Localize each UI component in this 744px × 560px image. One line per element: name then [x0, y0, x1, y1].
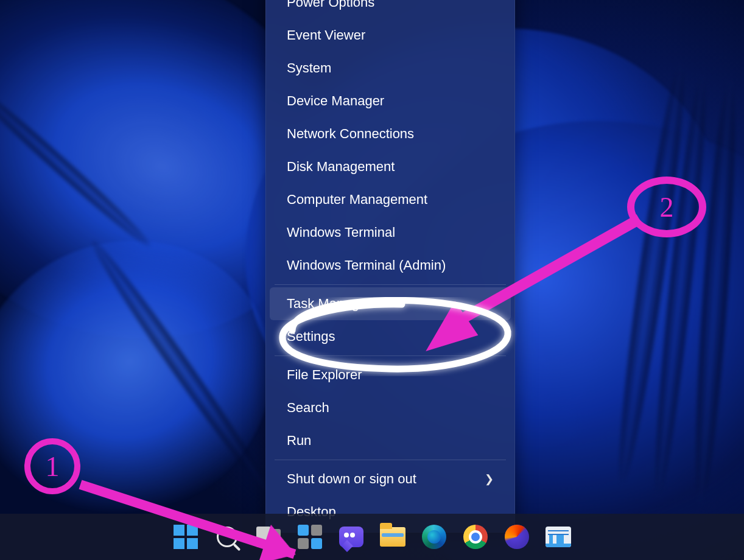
chrome-button[interactable] — [458, 519, 493, 555]
chrome-icon — [463, 525, 488, 549]
menu-item-power-options[interactable]: Power Options — [270, 0, 511, 19]
taskbar — [0, 514, 744, 560]
menu-item-label: Device Manager — [287, 93, 384, 109]
menu-item-label: Run — [287, 433, 311, 449]
file-explorer-button[interactable] — [375, 519, 410, 555]
desktop[interactable]: Power Options Event Viewer System Device… — [0, 0, 744, 560]
menu-item-shutdown-signout[interactable]: Shut down or sign out ❯ — [270, 463, 511, 495]
menu-item-label: Search — [287, 400, 329, 416]
annotation-label: 2 — [660, 191, 674, 223]
menu-item-network-connections[interactable]: Network Connections — [270, 117, 511, 150]
menu-item-disk-management[interactable]: Disk Management — [270, 150, 511, 183]
menu-item-event-viewer[interactable]: Event Viewer — [270, 19, 511, 52]
menu-item-label: Network Connections — [287, 126, 414, 142]
menu-item-run[interactable]: Run — [270, 424, 511, 457]
annotation-step-1: 1 — [24, 438, 80, 494]
menu-item-label: System — [287, 60, 331, 76]
menu-item-label: Settings — [287, 329, 335, 345]
windows-logo-icon — [174, 525, 198, 549]
chat-button[interactable] — [334, 519, 369, 555]
firefox-icon — [505, 525, 529, 549]
menu-item-label: Disk Management — [287, 159, 395, 175]
firefox-button[interactable] — [499, 519, 535, 555]
edge-icon — [422, 525, 446, 549]
menu-item-system[interactable]: System — [270, 52, 511, 85]
annotation-arrow-2 — [420, 201, 651, 359]
performance-monitor-button[interactable] — [541, 519, 576, 555]
menu-item-label: Computer Management — [287, 192, 427, 208]
menu-item-label: File Explorer — [287, 367, 362, 383]
menu-item-search[interactable]: Search — [270, 391, 511, 424]
chat-icon — [339, 527, 363, 547]
edge-button[interactable] — [416, 519, 452, 555]
menu-item-label: Task Manager — [287, 296, 371, 312]
menu-item-device-manager[interactable]: Device Manager — [270, 85, 511, 117]
svg-marker-1 — [414, 298, 478, 351]
menu-item-file-explorer[interactable]: File Explorer — [270, 359, 511, 391]
menu-item-label: Event Viewer — [287, 27, 365, 43]
chevron-right-icon: ❯ — [485, 472, 494, 486]
menu-item-label: Windows Terminal — [287, 225, 395, 240]
menu-separator — [275, 460, 506, 460]
folder-icon — [380, 527, 405, 547]
performance-chart-icon — [546, 527, 571, 547]
annotation-label: 1 — [46, 450, 60, 483]
menu-item-label: Power Options — [287, 0, 374, 10]
menu-item-label: Shut down or sign out — [287, 471, 416, 487]
svg-line-0 — [444, 219, 639, 329]
